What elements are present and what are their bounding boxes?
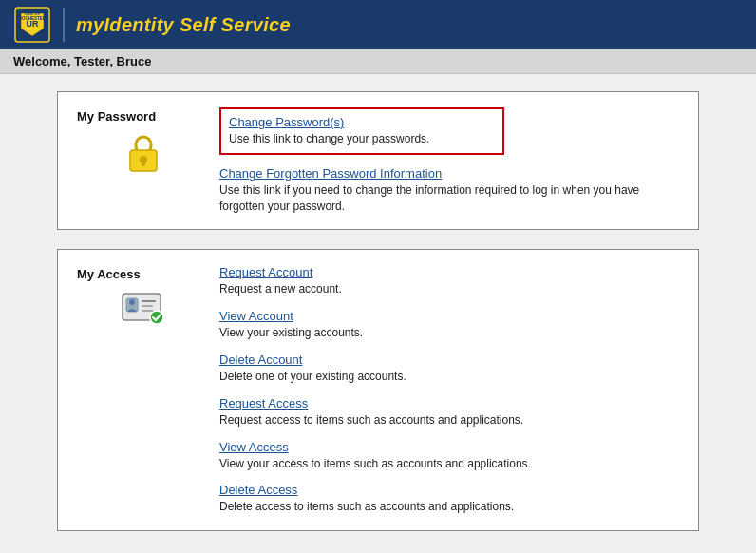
access-links-col: Request Account Request a new account. V…: [210, 265, 679, 515]
change-forgotten-desc: Use this link if you need to change the …: [219, 183, 639, 213]
password-card-label: My Password: [77, 109, 156, 124]
delete-account-group: Delete Account Delete one of your existi…: [219, 353, 679, 385]
lock-icon: [126, 133, 161, 175]
request-account-group: Request Account Request a new account.: [219, 265, 679, 297]
view-access-group: View Access View your access to items su…: [219, 440, 679, 472]
view-account-group: View Account View your existing accounts…: [219, 309, 679, 341]
request-access-link[interactable]: Request Access: [219, 396, 679, 410]
request-account-link[interactable]: Request Account: [219, 265, 679, 279]
svg-text:ROCHESTER: ROCHESTER: [19, 16, 47, 21]
request-access-group: Request Access Request access to items s…: [219, 396, 679, 429]
header-divider: [63, 8, 65, 42]
logo-area: UR UNIV OF ROCHESTER myIdentity Self Ser…: [13, 6, 291, 44]
view-access-desc: View your access to items such as accoun…: [219, 457, 531, 470]
access-label-col: My Access: [77, 265, 210, 515]
header: UR UNIV OF ROCHESTER myIdentity Self Ser…: [0, 0, 756, 49]
svg-rect-11: [142, 300, 156, 302]
view-account-link[interactable]: View Account: [219, 309, 679, 323]
university-logo: UR UNIV OF ROCHESTER: [13, 6, 51, 44]
password-label-col: My Password: [77, 107, 210, 214]
delete-account-link[interactable]: Delete Account: [219, 353, 679, 367]
change-forgotten-link[interactable]: Change Forgotten Password Information: [219, 166, 679, 181]
request-account-desc: Request a new account.: [219, 282, 342, 296]
change-passwords-link[interactable]: Change Password(s): [229, 115, 495, 129]
svg-point-10: [129, 299, 135, 305]
delete-account-desc: Delete one of your existing accounts.: [219, 370, 406, 383]
view-account-desc: View your existing accounts.: [219, 326, 363, 339]
welcome-bar: Welcome, Tester, Bruce: [0, 49, 756, 74]
id-card-icon: [122, 291, 165, 325]
password-card: My Password Change Password(s) Use this …: [57, 91, 699, 230]
delete-access-group: Delete Access Delete access to items suc…: [219, 483, 679, 515]
delete-access-link[interactable]: Delete Access: [219, 483, 679, 497]
access-card: My Access Request A: [57, 249, 699, 531]
main-content: My Password Change Password(s) Use this …: [0, 74, 756, 553]
change-passwords-desc: Use this link to change your passwords.: [229, 132, 429, 145]
view-access-link[interactable]: View Access: [219, 440, 679, 454]
access-card-label: My Access: [77, 267, 141, 281]
change-passwords-highlight: Change Password(s) Use this link to chan…: [219, 107, 504, 155]
svg-rect-7: [142, 162, 145, 166]
request-access-desc: Request access to items such as accounts…: [219, 413, 523, 427]
password-links-col: Change Password(s) Use this link to chan…: [210, 107, 679, 214]
header-title: myIdentity Self Service: [76, 14, 291, 36]
svg-rect-12: [142, 305, 153, 307]
svg-rect-13: [142, 310, 154, 312]
change-passwords-group: Change Password(s) Use this link to chan…: [229, 115, 495, 147]
change-forgotten-group: Change Forgotten Password Information Us…: [219, 166, 679, 215]
welcome-text: Welcome, Tester, Bruce: [13, 54, 151, 68]
delete-access-desc: Delete access to items such as accounts …: [219, 500, 514, 513]
